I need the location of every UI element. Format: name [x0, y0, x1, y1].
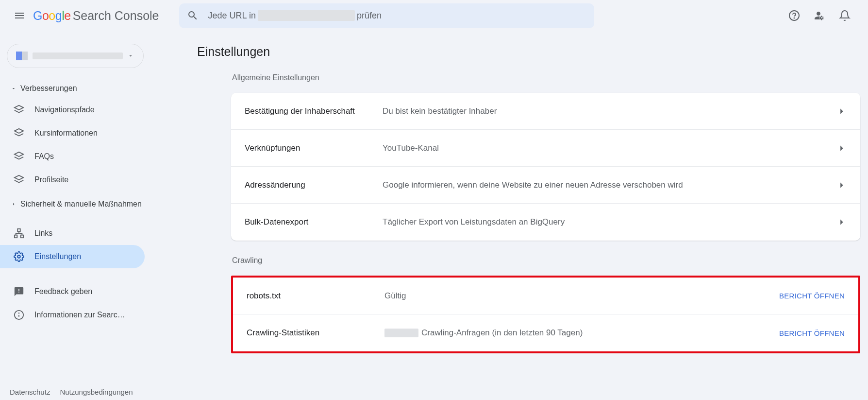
- row-label: robots.txt: [247, 291, 384, 301]
- nav-group-label: Sicherheit & manuelle Maßnahmen: [20, 199, 142, 209]
- svg-rect-8: [21, 235, 23, 238]
- row-value: Google informieren, wenn deine Website z…: [383, 180, 836, 190]
- row-label: Verknüpfungen: [245, 143, 383, 153]
- nav-item-settings[interactable]: Einstellungen: [0, 245, 145, 268]
- nav-label: Informationen zur Searc…: [34, 311, 125, 319]
- nav-label: Einstellungen: [34, 252, 81, 261]
- general-settings-card: Bestätigung der Inhaberschaft Du bist ke…: [231, 93, 860, 241]
- help-icon: [788, 10, 800, 21]
- info-icon: [14, 310, 24, 320]
- chevron-down-icon: [128, 53, 134, 59]
- url-inspect-search[interactable]: Jede URL in prüfen: [179, 3, 594, 28]
- redacted-domain: [258, 10, 355, 21]
- hamburger-icon: [14, 10, 25, 21]
- nav-group-label: Verbesserungen: [20, 84, 77, 93]
- app-header: Google Search Console Jede URL in prüfen: [0, 0, 868, 31]
- user-gear-icon: [814, 10, 825, 21]
- search-suffix: prüfen: [357, 11, 382, 21]
- row-address-change[interactable]: Adressänderung Google informieren, wenn …: [231, 167, 860, 204]
- row-associations[interactable]: Verknüpfungen YouTube-Kanal: [231, 130, 860, 167]
- open-report-link[interactable]: BERICHT ÖFFNEN: [779, 329, 845, 337]
- nav-group-security[interactable]: Sicherheit & manuelle Maßnahmen: [0, 194, 150, 214]
- sidebar-footer-links: Datenschutz Nutzungsbedingungen: [10, 388, 133, 396]
- help-button[interactable]: [783, 4, 806, 27]
- nav-label: Kursinformationen: [34, 129, 98, 138]
- google-wordmark: Google: [33, 9, 71, 23]
- page-title: Einstellungen: [197, 45, 868, 59]
- search-placeholder: Jede URL in prüfen: [208, 10, 382, 21]
- sitemap-icon: [14, 228, 24, 239]
- svg-marker-2: [15, 105, 23, 110]
- nav-item-faqs[interactable]: FAQs: [0, 145, 145, 168]
- users-settings-button[interactable]: [808, 4, 831, 27]
- header-actions: [783, 4, 860, 27]
- row-value: Gültig: [384, 291, 779, 301]
- svg-marker-4: [15, 152, 23, 157]
- main-content: Einstellungen Allgemeine Einstellungen B…: [150, 31, 868, 400]
- layers-icon: [14, 174, 24, 185]
- nav-item-feedback[interactable]: Feedback geben: [0, 280, 145, 303]
- layers-icon: [14, 104, 24, 115]
- open-report-link[interactable]: BERICHT ÖFFNEN: [779, 292, 845, 300]
- search-icon: [187, 10, 199, 21]
- svg-point-1: [794, 18, 795, 18]
- row-label: Crawling-Statistiken: [247, 328, 384, 338]
- svg-point-9: [17, 255, 20, 258]
- gear-icon: [14, 251, 24, 262]
- chevron-down-icon: [11, 86, 17, 91]
- product-name: Search Console: [73, 9, 159, 23]
- terms-link[interactable]: Nutzungsbedingungen: [60, 388, 133, 396]
- nav-item-breadcrumbs[interactable]: Navigationspfade: [0, 98, 145, 122]
- row-value: Täglicher Export von Leistungsdaten an B…: [383, 217, 836, 227]
- row-label: Adressänderung: [245, 180, 383, 190]
- nav-label: Feedback geben: [34, 287, 92, 296]
- svg-rect-6: [17, 229, 20, 232]
- section-general-label: Allgemeine Einstellungen: [232, 73, 868, 82]
- nav-item-links[interactable]: Links: [0, 222, 145, 245]
- nav-label: Navigationspfade: [34, 105, 95, 114]
- svg-point-12: [19, 313, 19, 313]
- nav-label: FAQs: [34, 152, 54, 161]
- nav-item-about[interactable]: Informationen zur Searc…: [0, 303, 145, 327]
- svg-rect-7: [15, 235, 17, 238]
- chevron-right-icon: [836, 106, 847, 117]
- chevron-right-icon: [836, 180, 847, 191]
- crawling-card-highlighted: robots.txt Gültig BERICHT ÖFFNEN Crawlin…: [231, 276, 860, 353]
- layers-icon: [14, 151, 24, 162]
- row-ownership[interactable]: Bestätigung der Inhaberschaft Du bist ke…: [231, 93, 860, 130]
- row-value: Crawling-Anfragen (in den letzten 90 Tag…: [384, 328, 779, 338]
- redacted-property-name: [33, 52, 123, 59]
- nav-item-courses[interactable]: Kursinformationen: [0, 122, 145, 145]
- nav-label: Profilseite: [34, 175, 68, 184]
- chevron-right-icon: [836, 143, 847, 154]
- privacy-link[interactable]: Datenschutz: [10, 388, 50, 396]
- row-value-text: Crawling-Anfragen (in den letzten 90 Tag…: [421, 328, 583, 338]
- nav-label: Links: [34, 229, 52, 238]
- row-label: Bestätigung der Inhaberschaft: [245, 106, 383, 116]
- hamburger-menu-button[interactable]: [8, 4, 31, 27]
- property-selector[interactable]: [7, 44, 144, 68]
- row-value: YouTube-Kanal: [383, 143, 836, 153]
- row-robots-txt[interactable]: robots.txt Gültig BERICHT ÖFFNEN: [233, 278, 858, 314]
- chevron-right-icon: [11, 201, 17, 207]
- nav-group-enhancements[interactable]: Verbesserungen: [0, 79, 150, 98]
- search-prefix: Jede URL in: [208, 11, 256, 21]
- property-favicon: [16, 52, 28, 60]
- layers-icon: [14, 128, 24, 139]
- svg-marker-3: [15, 129, 23, 133]
- chevron-right-icon: [836, 217, 847, 227]
- feedback-icon: [14, 286, 24, 297]
- notifications-button[interactable]: [833, 4, 856, 27]
- product-logo[interactable]: Google Search Console: [33, 9, 159, 23]
- row-value: Du bist kein bestätigter Inhaber: [383, 106, 836, 116]
- section-crawling-label: Crawling: [232, 256, 868, 265]
- row-crawl-stats[interactable]: Crawling-Statistiken Crawling-Anfragen (…: [233, 314, 858, 351]
- svg-marker-5: [15, 175, 23, 180]
- nav-item-profile[interactable]: Profilseite: [0, 168, 145, 191]
- bell-icon: [839, 10, 851, 21]
- row-bulk-export[interactable]: Bulk-Datenexport Täglicher Export von Le…: [231, 204, 860, 241]
- row-label: Bulk-Datenexport: [245, 217, 383, 227]
- redacted-count: [384, 329, 418, 337]
- sidebar: Verbesserungen Navigationspfade Kursinfo…: [0, 31, 150, 400]
